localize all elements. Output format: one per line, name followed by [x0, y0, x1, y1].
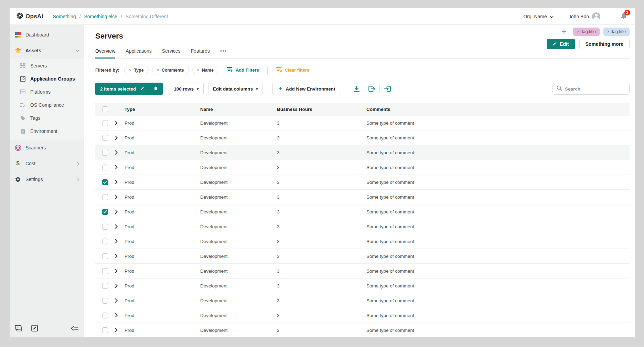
- app-logo[interactable]: OpsAi: [17, 12, 43, 20]
- tab-services[interactable]: Services: [162, 48, 181, 59]
- expand-row-chevron-icon[interactable]: [112, 180, 122, 184]
- expand-row-chevron-icon[interactable]: [112, 313, 122, 317]
- expand-row-chevron-icon[interactable]: [112, 284, 122, 288]
- pencil-icon[interactable]: [140, 86, 145, 92]
- close-icon[interactable]: ×: [607, 29, 610, 34]
- table-row[interactable]: Prod Development 3 Some type of comment: [95, 160, 630, 175]
- table-row[interactable]: Prod Development 3 Some type of comment: [95, 145, 630, 160]
- edit-note-icon[interactable]: [31, 325, 38, 333]
- clear-filters-button[interactable]: Clear filters: [276, 67, 310, 73]
- sidebar-item-os-compliance[interactable]: OS Compliance: [10, 98, 84, 112]
- tab-features[interactable]: Features: [191, 48, 210, 59]
- edit-button[interactable]: Edit: [547, 39, 575, 49]
- table-row[interactable]: Prod Development 3 Some type of comment: [95, 219, 630, 234]
- sidebar-item-scanners[interactable]: Scanners: [10, 140, 84, 156]
- user-menu[interactable]: John Bon: [569, 12, 600, 21]
- close-icon[interactable]: ×: [129, 68, 131, 73]
- filter-chip-name[interactable]: × Name: [192, 66, 218, 74]
- filter-chip-comments[interactable]: × Comments: [152, 66, 189, 74]
- table-row[interactable]: Prod Development 3 Some type of comment: [95, 249, 630, 264]
- table-row[interactable]: Prod Development 3 Some type of comment: [95, 175, 630, 190]
- expand-row-chevron-icon[interactable]: [112, 150, 122, 155]
- sidebar-item-assets[interactable]: Assets: [10, 43, 84, 59]
- add-filters-button[interactable]: Add Filters: [227, 67, 259, 73]
- rows-per-page-dropdown[interactable]: 100 rows ▾: [169, 83, 203, 95]
- expand-row-chevron-icon[interactable]: [112, 224, 122, 229]
- notifications-button[interactable]: 2: [620, 12, 627, 21]
- tab-applications[interactable]: Applications: [126, 48, 152, 59]
- tab-more-dots[interactable]: •••: [220, 48, 227, 59]
- download-icon[interactable]: [349, 86, 364, 92]
- trash-icon[interactable]: [153, 86, 158, 92]
- row-checkbox[interactable]: [102, 179, 108, 185]
- table-row[interactable]: Prod Development 3 Some type of comment: [95, 204, 630, 219]
- tab-overview[interactable]: Overview: [95, 48, 115, 59]
- table-row[interactable]: Prod Development 3 Some type of comment: [95, 190, 630, 204]
- row-checkbox[interactable]: [102, 120, 108, 126]
- sidebar-item-platforms[interactable]: Platforms: [10, 85, 84, 98]
- row-checkbox[interactable]: [102, 283, 108, 289]
- table-row[interactable]: Prod Development 3 Some type of comment: [95, 293, 630, 308]
- column-header-business-hours[interactable]: Business Hours: [275, 107, 364, 112]
- import-icon[interactable]: [380, 86, 395, 92]
- table-row[interactable]: Prod Development 3 Some type of comment: [95, 308, 630, 323]
- row-checkbox[interactable]: [102, 239, 108, 244]
- expand-row-chevron-icon[interactable]: [112, 195, 122, 199]
- row-checkbox[interactable]: [102, 135, 108, 141]
- breadcrumb-link-2[interactable]: Something else: [84, 14, 117, 19]
- select-all-checkbox[interactable]: [102, 106, 108, 112]
- table-row[interactable]: Prod Development 3 Some type of comment: [95, 323, 630, 337]
- add-new-environment-button[interactable]: + Add New Environment: [272, 83, 341, 95]
- row-checkbox[interactable]: [102, 194, 108, 200]
- sidebar-item-settings[interactable]: Settings: [10, 171, 84, 187]
- expand-row-chevron-icon[interactable]: [112, 269, 122, 273]
- collapse-sidebar-icon[interactable]: [71, 326, 79, 332]
- row-checkbox[interactable]: [102, 268, 108, 274]
- expand-row-chevron-icon[interactable]: [112, 165, 122, 169]
- filter-chip-type[interactable]: × Type: [124, 66, 149, 74]
- add-tag-button[interactable]: +: [561, 28, 567, 35]
- column-header-name[interactable]: Name: [198, 107, 275, 112]
- row-checkbox[interactable]: [102, 327, 108, 333]
- sidebar-item-cost[interactable]: $ Cost: [10, 156, 84, 171]
- close-icon[interactable]: ×: [577, 29, 579, 34]
- close-icon[interactable]: ×: [157, 68, 159, 73]
- sidebar-item-environment[interactable]: Environment: [10, 125, 84, 138]
- row-checkbox[interactable]: [102, 224, 108, 230]
- sidebar-item-tags[interactable]: Tags: [10, 112, 84, 125]
- search-input[interactable]: [565, 86, 625, 92]
- sidebar-item-dashboard[interactable]: Dashboard: [10, 27, 84, 43]
- items-selected-button[interactable]: 2 items selected: [95, 83, 163, 95]
- column-header-comments[interactable]: Comments: [364, 107, 630, 112]
- table-row[interactable]: Prod Development 3 Some type of comment: [95, 130, 630, 145]
- something-more-button[interactable]: Something more: [579, 39, 630, 49]
- feedback-chat-icon[interactable]: ?!: [15, 325, 22, 333]
- expand-row-chevron-icon[interactable]: [112, 298, 122, 303]
- row-checkbox[interactable]: [102, 253, 108, 259]
- row-checkbox[interactable]: [102, 209, 108, 215]
- expand-row-chevron-icon[interactable]: [112, 136, 122, 140]
- expand-row-chevron-icon[interactable]: [112, 328, 122, 332]
- sidebar-item-application-groups[interactable]: Application Groups: [10, 72, 84, 85]
- expand-row-chevron-icon[interactable]: [112, 210, 122, 214]
- edit-columns-dropdown[interactable]: Edit data columns ▾: [208, 83, 263, 95]
- table-row[interactable]: Prod Development 3 Some type of comment: [95, 116, 630, 130]
- expand-row-chevron-icon[interactable]: [112, 239, 122, 243]
- tag-chip-blue[interactable]: × tag title: [603, 28, 630, 36]
- breadcrumb-link-1[interactable]: Something: [53, 14, 76, 19]
- table-row[interactable]: Prod Development 3 Some type of comment: [95, 234, 630, 249]
- org-selector[interactable]: Org. Name: [523, 14, 553, 19]
- expand-row-chevron-icon[interactable]: [112, 254, 122, 258]
- row-checkbox[interactable]: [102, 150, 108, 156]
- sidebar-item-servers[interactable]: Servers: [10, 59, 84, 72]
- row-checkbox[interactable]: [102, 298, 108, 304]
- table-row[interactable]: Prod Development 3 Some type of comment: [95, 264, 630, 278]
- expand-row-chevron-icon[interactable]: [112, 121, 122, 125]
- row-checkbox[interactable]: [102, 313, 108, 318]
- table-row[interactable]: Prod Development 3 Some type of comment: [95, 278, 630, 293]
- close-icon[interactable]: ×: [197, 68, 200, 73]
- export-icon[interactable]: [364, 86, 379, 92]
- row-checkbox[interactable]: [102, 165, 108, 170]
- tag-chip-pink[interactable]: × tag title: [573, 28, 599, 36]
- column-header-type[interactable]: Type: [122, 107, 198, 112]
